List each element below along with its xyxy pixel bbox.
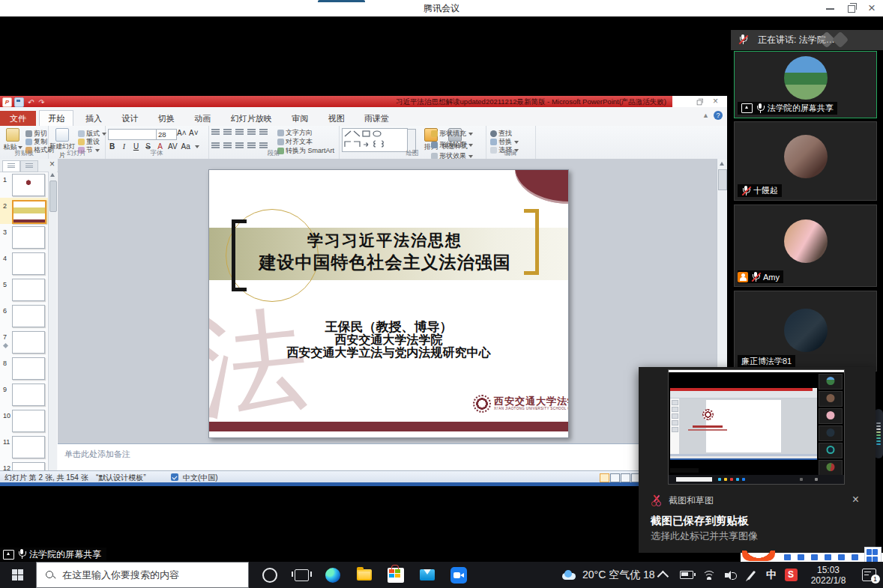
slide-thumbnail-11[interactable]: 11 [0,434,48,460]
slides-tab[interactable] [2,160,20,172]
ppt-titlebar-red: P 习近平法治思想解读updated20211212最新简版 - Microso… [0,96,672,107]
notification-header: 截图和草图 [651,494,714,507]
start-button[interactable] [0,562,36,588]
justify-icon[interactable] [247,142,256,149]
cortana-button[interactable] [255,562,285,588]
undo-icon[interactable] [26,98,34,106]
ribbon-collapse-icon[interactable]: ▲ [702,112,709,119]
font-size-combo[interactable]: 28 [156,129,177,140]
minimize-button[interactable] [820,0,841,16]
tab-view[interactable]: 视图 [320,111,353,126]
align-left-icon[interactable] [211,142,220,149]
volume-button[interactable] [720,562,741,588]
edge-button[interactable] [318,562,348,588]
hidden-icons-button[interactable] [654,562,675,588]
meeting-window-title: 腾讯会议 [0,0,883,16]
grow-font-icon[interactable]: A˄ [177,129,187,137]
slide-number: 2 [3,202,7,210]
action-center-button[interactable]: 1 [855,562,883,588]
group-label-paragraph: 段落 [208,149,339,158]
windows-taskbar: 在这里输入你要搜索的内容 20°C 空气优 18 中 S 15:03 2022/… [0,562,883,588]
tab-design[interactable]: 设计 [113,111,146,126]
slide-footer-bar [209,422,568,431]
slide-thumbnail-2[interactable]: 2 [0,198,48,224]
columns-icon[interactable] [259,142,268,149]
battery-button[interactable] [676,562,697,588]
mail-button[interactable] [412,562,442,588]
participant-tile-3[interactable]: Amy [734,204,877,287]
group-label-slides: 幻灯片 [48,149,105,158]
taskbar-search[interactable]: 在这里输入你要搜索的内容 [36,562,249,588]
tab-file[interactable]: 文件 [0,111,36,126]
ime-mode-button[interactable]: 中 [762,562,781,588]
slide-thumbnail-7[interactable]: 7 [0,329,48,355]
participant-tile-1[interactable]: 法学院的屏幕共享 [734,51,877,118]
ppt-restore-button[interactable] [691,97,708,106]
slide-thumbnail-1[interactable]: 1 [0,172,48,198]
slide-thumbnail-8[interactable]: 8 [0,355,48,381]
tab-rainclass[interactable]: 雨课堂 [356,111,397,126]
tab-slideshow[interactable]: 幻灯片放映 [223,111,280,126]
ppt-close-button[interactable] [708,97,724,106]
participant-name: Amy [763,273,780,282]
increase-indent-icon[interactable] [247,129,256,136]
group-editing: 查找 替换 选择 编辑 [486,126,536,159]
align-center-icon[interactable] [223,142,232,149]
slide-thumbnail-3[interactable]: 3 [0,224,48,250]
task-view-button[interactable] [286,562,316,588]
tab-home[interactable]: 开始 [39,110,73,126]
outline-tab[interactable] [20,160,38,172]
notes-pane[interactable]: 单击此处添加备注 [58,443,727,471]
weather-widget[interactable]: 20°C 空气优 18 [561,562,655,588]
participant-tile-2[interactable]: 十饅起 [734,121,877,201]
bullets-icon[interactable] [211,129,220,136]
screenshot-preview[interactable] [668,369,845,485]
slide-thumbnail-9[interactable]: 9 [0,381,48,407]
normal-view-icon[interactable] [600,473,609,482]
notification-app-name: 截图和草图 [669,494,714,507]
align-right-icon[interactable] [235,142,244,149]
notification-close-button[interactable] [852,493,859,506]
tab-review[interactable]: 审阅 [283,111,316,126]
reading-view-icon[interactable] [621,473,630,482]
numbering-icon[interactable] [223,129,232,136]
shrink-font-icon[interactable]: A˅ [189,129,199,137]
tab-insert[interactable]: 插入 [77,111,110,126]
help-icon[interactable]: ? [714,111,723,120]
tencent-meeting-button[interactable] [444,562,474,588]
ime-toolbar[interactable] [741,553,883,562]
close-button[interactable] [862,0,883,16]
slide-thumbnail-5[interactable]: 5 [0,276,48,303]
sogou-button[interactable]: S [781,562,801,588]
slide-sorter-view-icon[interactable] [610,473,620,482]
muted-mic-icon [741,186,750,196]
quick-access-toolbar[interactable]: P [2,97,45,107]
line-spacing-icon[interactable] [259,129,268,136]
shape-fill-button[interactable]: 形状填充 [431,129,473,139]
powerpoint-logo-icon: P [2,97,12,107]
decrease-indent-icon[interactable] [235,129,244,136]
slides-pane-scrollbar[interactable] [48,172,57,470]
slide-number: 5 [3,281,7,288]
slide[interactable]: 学习习近平法治思想 建设中国特色社会主义法治强国 王保民（教授、博导） 西安交通… [208,169,569,438]
network-button[interactable] [699,562,720,588]
file-explorer-button[interactable] [349,562,379,588]
participant-tile-4[interactable]: 廉正博法学81 [734,291,877,372]
redo-icon[interactable] [37,98,45,106]
spellcheck-icon[interactable] [171,473,178,481]
restore-button[interactable] [841,0,862,16]
school-emblem-icon [473,395,491,413]
clock[interactable]: 15:03 2022/1/8 [801,562,856,588]
slide-thumbnail-4[interactable]: 4 [0,250,48,276]
tab-animations[interactable]: 动画 [186,111,219,126]
font-name-combo[interactable] [108,129,157,140]
edge-icon [325,568,340,583]
slide-thumbnail-6[interactable]: 6 [0,303,48,329]
save-icon[interactable] [14,97,24,107]
slide-thumbnail-10[interactable]: 10 [0,407,48,434]
store-button[interactable] [381,562,411,588]
shape-outline-button[interactable]: 形状轮廓 [431,140,473,150]
screenshot-notification[interactable]: 截图和草图 截图已保存到剪贴板 选择此处标记并共享图像 [639,367,876,553]
pen-button[interactable] [741,562,762,588]
tab-transitions[interactable]: 切换 [150,111,183,126]
